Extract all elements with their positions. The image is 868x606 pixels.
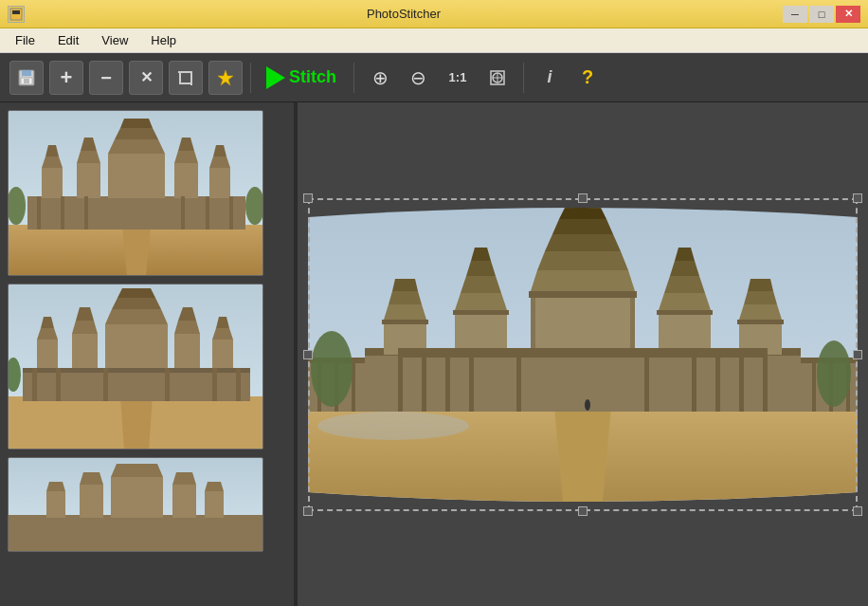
zoom-out-button[interactable]: ⊖: [402, 62, 434, 94]
info-button[interactable]: i: [533, 62, 566, 94]
maximize-button[interactable]: □: [809, 6, 834, 23]
svg-marker-123: [659, 293, 711, 310]
thumbnail-panel[interactable]: [0, 102, 294, 606]
svg-marker-56: [118, 288, 155, 298]
svg-marker-26: [108, 139, 165, 154]
stitch-button[interactable]: Stitch: [259, 63, 344, 93]
svg-marker-130: [744, 291, 777, 304]
menu-file[interactable]: File: [6, 31, 45, 49]
svg-rect-72: [9, 515, 263, 552]
thumbnail-2[interactable]: [8, 284, 263, 450]
svg-rect-101: [365, 350, 801, 412]
handle-top-middle[interactable]: [578, 193, 588, 203]
svg-marker-129: [739, 304, 782, 320]
svg-rect-18: [27, 196, 245, 230]
svg-rect-57: [174, 334, 200, 370]
handle-middle-right[interactable]: [853, 350, 862, 359]
svg-marker-110: [455, 293, 507, 310]
svg-rect-147: [531, 293, 535, 355]
svg-rect-47: [37, 340, 58, 370]
stitch-label: Stitch: [289, 67, 336, 87]
crop-button[interactable]: [169, 61, 203, 95]
svg-marker-112: [466, 261, 496, 276]
window-controls: ─ □ ✕: [783, 6, 860, 23]
svg-rect-36: [61, 196, 64, 230]
menu-view[interactable]: View: [92, 31, 137, 49]
svg-marker-120: [559, 208, 606, 219]
delete-button[interactable]: ✕: [129, 61, 163, 95]
svg-rect-98: [812, 359, 816, 412]
add-button[interactable]: +: [49, 61, 83, 95]
menu-edit[interactable]: Edit: [48, 31, 88, 49]
svg-marker-131: [748, 279, 773, 291]
zoom-fit-button[interactable]: [481, 62, 514, 94]
svg-marker-85: [554, 407, 611, 511]
svg-rect-6: [24, 79, 29, 83]
remove-button[interactable]: −: [89, 61, 123, 95]
toolbar-separator-3: [523, 63, 524, 93]
svg-rect-135: [445, 350, 450, 412]
svg-rect-77: [111, 477, 163, 518]
svg-rect-1: [12, 10, 16, 14]
zoom-actual-button[interactable]: 1:1: [440, 62, 476, 94]
minimize-button[interactable]: ─: [783, 6, 807, 23]
close-button[interactable]: ✕: [836, 6, 860, 23]
svg-rect-81: [205, 491, 224, 518]
svg-rect-29: [174, 163, 198, 198]
svg-marker-51: [72, 321, 98, 334]
thumbnail-1[interactable]: [8, 110, 263, 276]
svg-rect-134: [422, 350, 426, 412]
magic-fill-button[interactable]: [208, 61, 243, 95]
menu-help[interactable]: Help: [141, 31, 186, 49]
svg-rect-73: [46, 491, 65, 518]
svg-rect-40: [229, 196, 233, 230]
thumbnail-3[interactable]: [8, 457, 263, 552]
svg-marker-106: [389, 291, 422, 304]
svg-rect-4: [22, 70, 31, 76]
handle-top-left[interactable]: [303, 193, 313, 203]
window-title: PhotoStitcher: [25, 7, 783, 21]
title-bar: PhotoStitcher ─ □ ✕: [0, 0, 868, 28]
handle-bottom-right[interactable]: [853, 506, 862, 516]
svg-rect-146: [531, 350, 635, 358]
svg-rect-22: [77, 163, 100, 198]
svg-rect-136: [469, 350, 474, 412]
handle-bottom-middle[interactable]: [578, 506, 588, 516]
svg-rect-68: [212, 368, 217, 401]
svg-marker-23: [77, 151, 100, 163]
svg-rect-137: [516, 350, 521, 412]
toolbar: + − ✕ Stitch ⊕ ⊖ 1:1: [0, 53, 868, 102]
svg-marker-82: [205, 482, 224, 491]
svg-rect-50: [72, 334, 98, 370]
svg-marker-27: [115, 128, 158, 139]
preview-panel: [298, 102, 868, 606]
play-icon: [266, 66, 285, 89]
help-button[interactable]: ?: [571, 62, 604, 94]
svg-rect-115: [529, 291, 637, 298]
svg-rect-128: [737, 320, 784, 324]
svg-rect-142: [763, 350, 768, 412]
handle-middle-left[interactable]: [303, 350, 313, 359]
handle-top-right[interactable]: [853, 193, 862, 203]
svg-marker-119: [552, 219, 613, 234]
svg-marker-116: [531, 270, 635, 291]
svg-marker-107: [392, 279, 418, 291]
svg-rect-69: [236, 368, 241, 401]
svg-marker-45: [120, 396, 153, 450]
svg-rect-60: [212, 340, 233, 370]
main-area: [0, 102, 868, 606]
svg-marker-74: [46, 482, 65, 491]
panorama-container: [308, 198, 858, 511]
svg-marker-28: [120, 119, 153, 128]
handle-bottom-left[interactable]: [303, 506, 313, 516]
svg-marker-30: [174, 151, 198, 163]
svg-rect-114: [531, 293, 635, 355]
svg-rect-140: [715, 350, 720, 412]
save-button[interactable]: [9, 61, 44, 95]
svg-rect-32: [209, 168, 230, 198]
svg-rect-75: [80, 485, 103, 518]
svg-marker-55: [112, 298, 161, 309]
svg-marker-117: [537, 251, 628, 270]
zoom-in-button[interactable]: ⊕: [364, 62, 396, 94]
svg-rect-67: [165, 368, 170, 401]
